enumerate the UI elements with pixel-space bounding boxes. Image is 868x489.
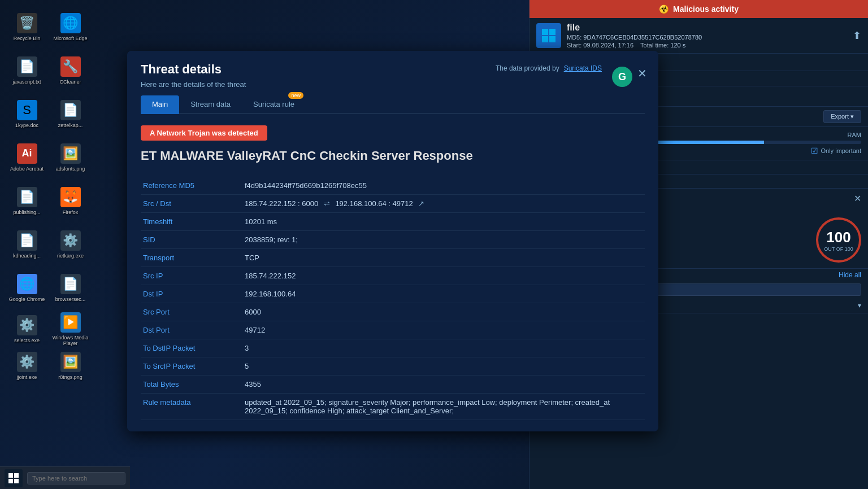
file-meta-time: Start: 09.08.2024, 17:16 Total time: 120… [567,42,847,49]
desktop-icon-jjoint[interactable]: ⚙️ jjoint.exe [6,350,48,382]
gpt-icon-button[interactable]: G [612,67,632,87]
file-name: file [567,23,847,33]
threat-modal: Threat details Here are the details of t… [127,51,658,431]
table-row: To SrcIP Packet 5 [141,357,645,376]
rule-title: ET MALWARE ValleyRAT CnC Checkin Server … [141,149,645,163]
modal-subtitle: Here are the details of the threat [141,80,246,89]
desktop-icon-brow[interactable]: 📄 browsersec... [49,267,92,309]
desktop-icon-kdh[interactable]: 📄 kdheading... [6,223,48,265]
field-value-reference-md5: f4d9b144234ff75d669b1265f708ec55 [242,177,645,195]
field-value-dst-ip: 192.168.100.64 [242,285,645,303]
field-label-rule-metadata: Rule metadata [141,394,242,420]
hide-all-label: Hide all [839,271,861,279]
gpt-icon-label: G [618,71,626,83]
desktop-icon-chrome[interactable]: 🌐 Google Chrome [6,267,48,309]
modal-tabs: Main Stream data Suricata rule new [141,95,645,114]
field-value-sid: 2038859; rev: 1; [242,231,645,249]
desktop-icon-wmp[interactable]: ▶️ Windows Media Player [49,310,92,348]
biohazard-icon: ☣️ [659,5,669,14]
taskbar-search-input[interactable] [27,472,125,484]
field-label-timeshift: Timeshift [141,213,242,231]
field-value-dst-port: 49712 [242,321,645,339]
svg-rect-1 [549,29,555,35]
desktop-icon-doc2[interactable]: 📄 zettelkap... [49,93,92,135]
chevron-down-icon: ▾ [858,302,861,309]
field-label-src-port: Src Port [141,303,242,321]
file-meta-md5: MD5: 9DA747C6CEB04D35517C628B52078780 [567,34,847,41]
windows-file-icon [536,23,561,48]
suricata-link[interactable]: Suricata IDS [564,64,602,72]
field-label-to-src-packet: To SrcIP Packet [141,357,242,376]
field-label-total-bytes: Total Bytes [141,376,242,394]
field-label-src-ip: Src IP [141,267,242,285]
modal-body: A Network Trojan was detected ET MALWARE… [127,114,658,431]
table-row: To DstIP Packet 3 [141,339,645,357]
field-value-timeshift: 10201 ms [242,213,645,231]
field-label-to-dst-packet: To DstIP Packet [141,339,242,357]
field-value-total-bytes: 4355 [242,376,645,394]
taskbar [0,466,130,489]
score-circle: 100 OUT OF 100 [816,217,861,263]
tab-stream-data[interactable]: Stream data [179,95,242,114]
svg-rect-6 [8,479,13,483]
table-row: Dst Port 49712 [141,321,645,339]
field-label-dst-ip: Dst IP [141,285,242,303]
malicious-label: Malicious activity [673,5,739,14]
only-important-label: Only important [821,147,861,154]
table-row: Transport TCP [141,249,645,267]
desktop-icon-recycle-bin[interactable]: 🗑️ Recycle Bin [6,6,48,48]
field-value-to-src-packet: 5 [242,357,645,376]
desktop-icon-sel[interactable]: ⚙️ selects.exe [6,310,48,348]
file-info-row: file MD5: 9DA747C6CEB04D35517C628B520787… [530,18,868,54]
share-icon[interactable]: ⬆ [853,29,861,42]
table-row: Src IP 185.74.222.152 [141,267,645,285]
tab-main[interactable]: Main [141,95,179,114]
desktop-icon-js[interactable]: 📄 javascript.txt [6,49,48,91]
svg-rect-5 [14,473,19,478]
start-button[interactable] [5,469,23,487]
panel-close-button[interactable]: ✕ [854,193,861,204]
only-important-checkbox[interactable]: ☑ [811,146,818,155]
svg-rect-0 [542,29,548,35]
field-label-sid: SID [141,231,242,249]
table-row: Dst IP 192.168.100.64 [141,285,645,303]
modal-title: Threat details [141,62,246,77]
field-value-rule-metadata: updated_at 2022_09_15; signature_severit… [242,394,645,420]
table-row: Rule metadata updated_at 2022_09_15; sig… [141,394,645,420]
desktop-icon-pub[interactable]: 📄 publishing... [6,180,48,222]
table-row: Total Bytes 4355 [141,376,645,394]
field-value-src-dst: 185.74.222.152 : 6000 ⇌ 192.168.100.64 :… [242,195,645,213]
desktop-icon-acrobat[interactable]: Ai Adobe Acrobat [6,136,48,178]
svg-rect-2 [542,36,548,42]
field-value-to-dst-packet: 3 [242,339,645,357]
close-icon: ✕ [637,67,647,80]
svg-rect-3 [549,36,555,42]
table-row: Timeshift 10201 ms [141,213,645,231]
table-row: Reference MD5 f4d9b144234ff75d669b1265f7… [141,177,645,195]
svg-rect-4 [8,473,13,478]
new-badge: new [288,92,303,99]
table-row: Src / Dst 185.74.222.152 : 6000 ⇌ 192.16… [141,195,645,213]
alert-badge: A Network Trojan was detected [141,125,267,141]
desktop-icon-ccleaner[interactable]: 🔧 CCleaner [49,49,92,91]
desktop-icon-firefox[interactable]: 🦊 Firefox [49,180,92,222]
tab-suricata-rule[interactable]: Suricata rule new [242,95,306,114]
whois-icon[interactable]: ↗ [418,199,424,208]
export-button[interactable]: Export ▾ [823,110,861,123]
desktop-icon-edge[interactable]: 🌐 Microsoft Edge [49,6,92,48]
desktop-icon-png1[interactable]: 🖼️ adsfonts.png [49,136,92,178]
field-label-reference-md5: Reference MD5 [141,177,242,195]
desktop-icon-png2[interactable]: 🖼️ r8tngs.png [49,350,92,382]
modal-header: Threat details Here are the details of t… [127,51,658,114]
desktop-icons-area: 🗑️ Recycle Bin 🌐 Microsoft Edge 📄 javasc… [6,6,92,382]
score-label: OUT OF 100 [824,246,853,252]
field-value-src-port: 6000 [242,303,645,321]
file-info-text: file MD5: 9DA747C6CEB04D35517C628B520787… [567,23,847,49]
desktop-icon-skype[interactable]: S 1kype.doc [6,93,48,135]
table-row: SID 2038859; rev: 1; [141,231,645,249]
svg-rect-7 [14,479,19,483]
modal-close-button[interactable]: ✕ [637,67,647,80]
desktop-icon-riet[interactable]: ⚙️ rietkarg.exe [49,223,92,265]
details-table: Reference MD5 f4d9b144234ff75d669b1265f7… [141,177,645,420]
score-number: 100 [826,229,850,246]
